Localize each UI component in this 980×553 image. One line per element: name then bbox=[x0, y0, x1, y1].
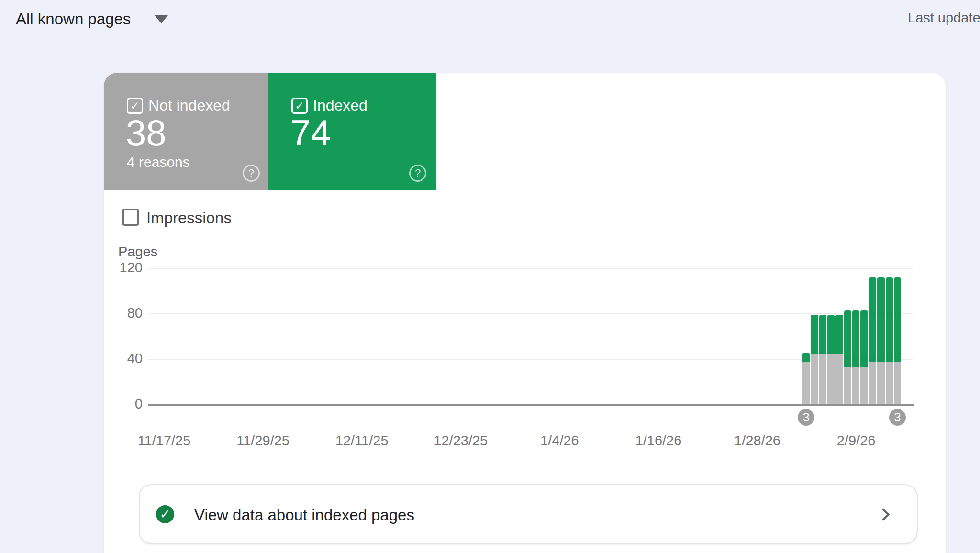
bar-not-indexed-segment bbox=[894, 362, 901, 405]
bar-not-indexed-segment bbox=[835, 354, 843, 405]
stacked-bar[interactable] bbox=[869, 277, 876, 405]
stacked-bar[interactable] bbox=[886, 277, 893, 405]
bar-not-indexed-segment bbox=[827, 354, 835, 405]
x-tick-label: 1/28/26 bbox=[734, 433, 780, 449]
tile-not-indexed-reasons: 4 reasons bbox=[127, 154, 190, 170]
bar-indexed-segment bbox=[869, 277, 876, 362]
annotation-badge[interactable]: 3 bbox=[889, 409, 906, 426]
not-indexed-checkbox-icon[interactable]: ✓ bbox=[127, 98, 143, 114]
stacked-bar[interactable] bbox=[860, 310, 868, 405]
help-icon[interactable]: ? bbox=[409, 165, 426, 182]
chart-y-axis-title: Pages bbox=[118, 244, 157, 260]
stacked-bar[interactable] bbox=[811, 315, 818, 405]
check-glyph: ✓ bbox=[160, 507, 171, 521]
bar-indexed-segment bbox=[852, 310, 859, 367]
bar-not-indexed-segment bbox=[802, 362, 810, 405]
impressions-checkbox[interactable] bbox=[122, 209, 139, 226]
bar-not-indexed-segment bbox=[819, 354, 826, 405]
gridline bbox=[148, 268, 913, 269]
bar-not-indexed-segment bbox=[852, 367, 859, 405]
stacked-bar[interactable] bbox=[819, 315, 826, 405]
chevron-down-icon bbox=[155, 15, 168, 23]
tile-not-indexed-value: 38 bbox=[126, 115, 167, 151]
bar-not-indexed-segment bbox=[886, 362, 893, 405]
x-tick-label: 1/16/26 bbox=[635, 433, 682, 449]
gridline bbox=[148, 313, 913, 314]
bar-indexed-segment bbox=[827, 315, 835, 354]
x-tick-label: 12/11/25 bbox=[335, 433, 389, 449]
check-glyph: ✓ bbox=[130, 100, 139, 112]
page-filter-dropdown[interactable]: All known pages bbox=[16, 8, 168, 31]
tile-not-indexed[interactable]: ✓ Not indexed 38 4 reasons ? bbox=[104, 73, 268, 190]
tile-indexed-value: 74 bbox=[290, 115, 331, 151]
last-update-label: Last update bbox=[908, 10, 980, 26]
bar-indexed-segment bbox=[811, 315, 818, 354]
check-glyph: ✓ bbox=[295, 100, 304, 112]
annotation-badge[interactable]: 3 bbox=[798, 409, 814, 426]
question-glyph: ? bbox=[248, 167, 254, 179]
stacked-bar[interactable] bbox=[877, 277, 884, 405]
bar-not-indexed-segment bbox=[860, 367, 868, 405]
stacked-bar[interactable] bbox=[844, 310, 851, 405]
bar-not-indexed-segment bbox=[811, 354, 818, 405]
tile-not-indexed-label: Not indexed bbox=[148, 97, 230, 113]
stacked-bar[interactable] bbox=[827, 315, 835, 405]
tile-indexed-label: Indexed bbox=[313, 97, 368, 113]
bar-indexed-segment bbox=[844, 310, 851, 367]
y-tick-label: 120 bbox=[104, 260, 143, 276]
y-tick-label: 80 bbox=[104, 305, 143, 321]
bar-not-indexed-segment bbox=[869, 362, 876, 405]
stacked-bar[interactable] bbox=[802, 353, 810, 405]
gridline bbox=[148, 359, 913, 360]
tile-indexed[interactable]: ✓ Indexed 74 ? bbox=[268, 73, 436, 190]
y-tick-label: 40 bbox=[104, 351, 143, 366]
stacked-bar[interactable] bbox=[835, 315, 843, 405]
bar-indexed-segment bbox=[894, 277, 901, 362]
x-tick-label: 11/17/25 bbox=[138, 433, 191, 449]
bar-indexed-segment bbox=[886, 277, 893, 362]
check-circle-icon: ✓ bbox=[156, 505, 174, 523]
bar-indexed-segment bbox=[877, 277, 884, 362]
x-tick-label: 11/29/25 bbox=[236, 433, 290, 449]
x-tick-label: 2/9/26 bbox=[837, 433, 876, 449]
bar-indexed-segment bbox=[835, 315, 843, 354]
stacked-bar[interactable] bbox=[894, 277, 901, 405]
bar-indexed-segment bbox=[860, 310, 868, 367]
stacked-bar[interactable] bbox=[852, 310, 859, 405]
bar-indexed-segment bbox=[819, 315, 826, 354]
bar-indexed-segment bbox=[802, 353, 810, 362]
x-tick-label: 12/23/25 bbox=[434, 433, 488, 449]
page-filter-label: All known pages bbox=[16, 10, 131, 28]
x-axis-line bbox=[148, 404, 914, 406]
x-tick-label: 1/4/26 bbox=[540, 433, 579, 449]
help-icon[interactable]: ? bbox=[243, 165, 260, 182]
view-indexed-data-label: View data about indexed pages bbox=[194, 506, 414, 524]
page-indexing-report: All known pages Last update ✓ Not indexe… bbox=[0, 0, 980, 553]
y-tick-label: 0 bbox=[104, 396, 143, 412]
bar-not-indexed-segment bbox=[844, 367, 851, 405]
bar-not-indexed-segment bbox=[877, 362, 884, 405]
question-glyph: ? bbox=[415, 167, 421, 179]
impressions-label: Impressions bbox=[146, 209, 232, 227]
indexed-checkbox-icon[interactable]: ✓ bbox=[291, 98, 308, 114]
